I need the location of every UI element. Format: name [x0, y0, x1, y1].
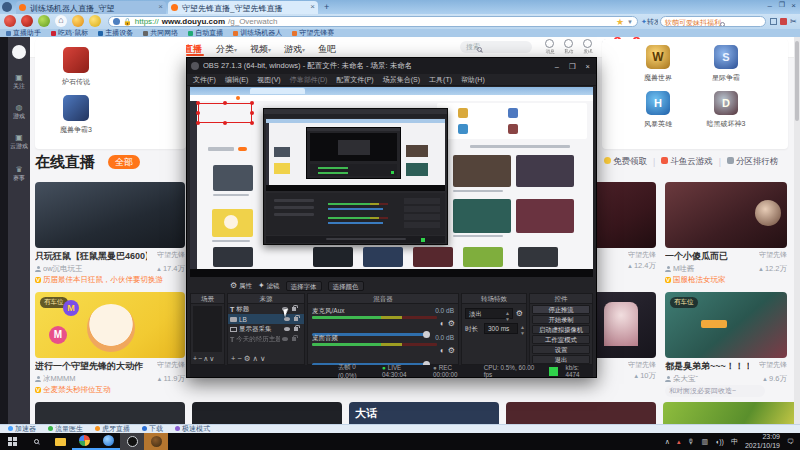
stream-card[interactable]: 有车位 M M 进行一个守望先锋的大动作守望先锋 冰MMMM▲11.9万 V全麦… [35, 292, 185, 395]
gear-icon[interactable]: ⚙ [448, 346, 455, 355]
eye-icon[interactable] [282, 337, 288, 341]
extension-icon[interactable] [780, 18, 787, 25]
game-label[interactable]: 风暴英雄 [628, 119, 688, 129]
studio-mode-button[interactable]: 工作室模式 [532, 335, 590, 344]
icon-discover[interactable]: 发现 [583, 39, 593, 54]
streamer-name[interactable]: 冰MMMM [43, 374, 133, 384]
start-recording-button[interactable]: 开始录制 [532, 315, 590, 324]
speaker-icon[interactable]: ◖ [439, 319, 444, 328]
window-minimize-button[interactable]: – [768, 1, 772, 10]
address-bar[interactable]: 🔒 https://www.douyu.com/g_Overwatch ★ ▼ [108, 16, 638, 27]
file-explorer-icon[interactable] [48, 433, 72, 450]
settings-button[interactable]: 设置 [532, 345, 590, 354]
eye-icon[interactable] [284, 327, 290, 331]
stop-streaming-button[interactable]: 停止推流 [532, 305, 590, 314]
refresh-button[interactable] [38, 15, 50, 27]
profile-icon[interactable] [2, 2, 12, 12]
sidebar-item-esports[interactable]: ♛赛事 [8, 165, 30, 183]
menu-profile[interactable]: 配置文件(P) [336, 75, 373, 85]
obs-window[interactable]: OBS 27.1.3 (64-bit, windows) - 配置文件: 未命名… [186, 57, 597, 378]
coin-extension-icon[interactable] [72, 15, 84, 27]
microphone-icon[interactable]: 🎙 [687, 438, 694, 445]
bookmark-star-icon[interactable]: ★ [616, 17, 624, 27]
tray-expand-icon[interactable]: ∧ [665, 438, 670, 446]
selection-handle[interactable] [196, 121, 200, 125]
lock-icon[interactable] [292, 307, 296, 311]
exit-button[interactable]: 退出 [532, 355, 590, 364]
icon-dm[interactable]: 私信 [564, 39, 574, 54]
selection-handle[interactable] [196, 101, 200, 105]
game-icon-hearthstone[interactable] [63, 47, 89, 73]
source-selection-outline[interactable] [198, 103, 252, 123]
scrollbar-thumb[interactable] [795, 41, 799, 121]
taskbar-search-icon[interactable] [24, 433, 48, 450]
stream-card[interactable]: 只玩狂鼠【狂鼠黑曼巴4600】…守望先锋 ow沉电玩王▲17.4万 V历届最佳本… [35, 182, 185, 285]
browser-tab-2-active[interactable]: 守望先锋直播_守望先锋直播 × [168, 1, 318, 14]
sidebar-logo-icon[interactable] [12, 45, 26, 59]
game-label[interactable]: 星际争霸 [696, 73, 756, 83]
stream-title[interactable]: 都是臭弟弟~~~！！！！ [665, 360, 749, 373]
sources-toolbar[interactable]: +−⚙∧∨ [231, 354, 267, 363]
stream-thumbnail[interactable]: 有车位 [665, 292, 787, 358]
scenes-toolbar[interactable]: +−∧∨ [193, 355, 215, 363]
select-color-button[interactable]: 选择颜色 [328, 281, 364, 291]
address-dropdown-icon[interactable]: ▼ [627, 19, 633, 25]
duration-input[interactable]: 300 ms [484, 323, 518, 334]
grid-menu-icon[interactable] [770, 18, 777, 25]
promo-line[interactable]: V全麦禁头秒排位互动 [35, 385, 185, 395]
window-maximize-button[interactable]: ❐ [779, 1, 785, 9]
menu-file[interactable]: 文件(F) [193, 75, 216, 85]
stream-card[interactable]: 有车位 都是臭弟弟~~~！！！！守望先锋 朵大宝ˇ▲9.6万 和对面没必要回收造… [665, 292, 787, 397]
game-label[interactable]: 魔兽争霸3 [43, 125, 109, 135]
browser-app-icon[interactable] [72, 433, 96, 450]
obs-close-button[interactable]: × [586, 62, 590, 71]
gear-icon[interactable]: ⚙ [448, 319, 455, 328]
chat-reply-bubble[interactable]: 和对面没必要回收造~ [665, 385, 765, 397]
browser-tab-1[interactable]: 训练场机器人直播_守望 × [16, 1, 166, 14]
network-icon[interactable]: ▥ [701, 438, 708, 446]
menu-help[interactable]: 帮助(H) [461, 75, 485, 85]
tab-close-icon[interactable]: × [158, 2, 163, 11]
all-button[interactable]: 全部 [108, 155, 140, 169]
stream-tag[interactable]: 守望先锋 [628, 360, 656, 370]
menu-view[interactable]: 视图(V) [257, 75, 280, 85]
back-button[interactable] [4, 15, 16, 27]
select-font-button[interactable]: 选择字体 [286, 281, 322, 291]
gear-icon[interactable]: ⚙ [516, 309, 523, 318]
stream-tag[interactable]: 守望先锋 [759, 250, 787, 263]
stream-card[interactable]: 一个小傻瓜而已守望先锋 M哇酱▲12.2万 V国服枪法女玩家 [665, 182, 787, 285]
duration-stepper[interactable]: ▲▼ [520, 324, 525, 336]
source-row-lb-selected[interactable]: LB [228, 314, 304, 324]
scenes-list[interactable] [193, 306, 222, 352]
virtual-camera-button[interactable]: 启动虚拟摄像机 [532, 325, 590, 334]
game-label[interactable]: 炉石传说 [43, 77, 109, 87]
stream-tag[interactable]: 守望先锋 [157, 360, 185, 373]
icon-message[interactable]: 消息 [545, 39, 555, 54]
obs-minimize-button[interactable]: – [555, 62, 559, 71]
selection-handle[interactable] [196, 111, 200, 115]
selection-handle[interactable] [250, 121, 254, 125]
source-row-title[interactable]: T标题 [228, 304, 304, 314]
capture-app-icon-active[interactable] [144, 433, 168, 450]
menu-scene-collection[interactable]: 场景集合(S) [383, 75, 420, 85]
obs-titlebar[interactable]: OBS 27.1.3 (64-bit, windows) - 配置文件: 未命名… [187, 58, 596, 74]
source-properties-button[interactable]: ⚙ 属性 [230, 281, 252, 291]
source-filters-button[interactable]: ✦ 滤镜 [258, 281, 280, 291]
nav-game[interactable]: 游戏▾ [284, 43, 305, 56]
stream-title[interactable]: 进行一个守望先锋的大动作 [35, 360, 145, 373]
promo-line[interactable]: V历届最佳本日狂鼠，小伙伴要切换游 [35, 275, 185, 285]
stream-thumbnail[interactable] [665, 182, 787, 248]
site-search-input[interactable]: 搜索 [460, 41, 532, 53]
selection-handle[interactable] [250, 101, 254, 105]
stream-title[interactable]: 只玩狂鼠【狂鼠黑曼巴4600】… [35, 250, 147, 263]
nav-video[interactable]: 视频▾ [250, 43, 271, 56]
menu-docks[interactable]: 停靠部件(D) [290, 75, 328, 85]
new-tab-button[interactable]: + [324, 2, 329, 12]
lock-icon[interactable] [294, 327, 298, 331]
link-free-gift[interactable]: 免费领取 [604, 156, 647, 168]
forward-button[interactable] [21, 15, 33, 27]
streamer-name[interactable]: 朵大宝ˇ [673, 374, 733, 384]
source-row-hidden-text[interactable]: T今天的经历主题 [228, 334, 304, 344]
sidebar-item-follow[interactable]: ▣关注 [8, 73, 30, 91]
clock[interactable]: 23:092021/10/19 [745, 433, 780, 449]
